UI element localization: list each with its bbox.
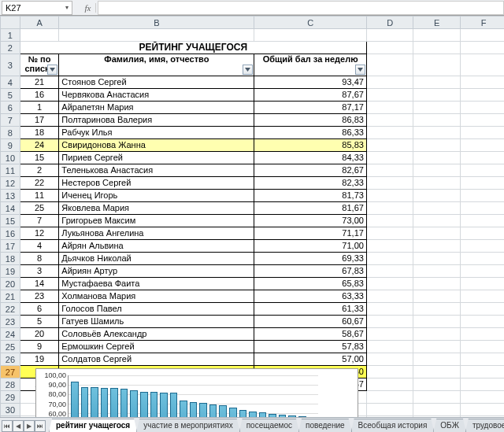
empty-cell[interactable] [366,353,413,366]
empty-cell[interactable] [366,316,413,328]
col-header-C[interactable]: C [254,17,367,29]
cell-name[interactable]: Иченец Игорь [59,190,254,202]
empty-cell[interactable] [413,366,461,378]
empty-cell[interactable] [460,152,504,164]
cell-number[interactable]: 6 [20,303,59,316]
row-header[interactable]: 12 [1,177,20,190]
empty-cell[interactable] [366,215,413,227]
empty-cell[interactable] [460,177,504,190]
row-header[interactable]: 13 [1,190,20,202]
empty-cell[interactable] [460,89,504,102]
empty-cell[interactable] [366,177,413,190]
empty-cell[interactable] [413,127,461,139]
row-header[interactable]: 22 [1,303,20,316]
cell-name[interactable]: Айриян Артур [59,265,254,278]
cell-number[interactable]: 4 [20,240,59,253]
cell-score[interactable]: 82,67 [254,164,367,177]
row-header[interactable]: 20 [1,278,20,290]
cell-name[interactable]: Айрян Альвина [59,240,254,253]
cell-score[interactable]: 58,67 [254,328,367,341]
select-all-corner[interactable] [1,17,20,29]
empty-cell[interactable] [460,42,504,54]
cell-score[interactable]: 81,73 [254,190,367,202]
header-col-B[interactable]: Фамилия, имя, отчество [59,54,254,76]
empty-cell[interactable] [460,164,504,177]
cell-score[interactable]: 85,83 [254,139,367,152]
cell-number[interactable]: 3 [20,265,59,278]
cell-score[interactable]: 57,00 [254,353,367,366]
empty-cell[interactable] [366,190,413,202]
empty-cell[interactable] [366,114,413,127]
cell-score[interactable]: 86,33 [254,127,367,139]
filter-dropdown-icon[interactable] [243,65,253,75]
cell-score[interactable]: 71,00 [254,240,367,253]
empty-cell[interactable] [413,102,461,114]
cell-number[interactable]: 25 [20,202,59,215]
row-header[interactable]: 1 [1,29,20,42]
empty-cell[interactable] [366,102,413,114]
cell-name[interactable]: Гатуев Шамиль [59,316,254,328]
cell-name[interactable]: Соловьёв Александр [59,328,254,341]
empty-cell[interactable] [413,76,461,89]
cell-number[interactable]: 24 [20,139,59,152]
empty-cell[interactable] [366,139,413,152]
row-header[interactable]: 15 [1,215,20,227]
empty-cell[interactable] [460,265,504,278]
cell-name[interactable]: Холманова Мария [59,290,254,303]
empty-cell[interactable] [413,114,461,127]
empty-cell[interactable] [366,76,413,89]
col-header-F[interactable]: F [460,17,504,29]
empty-cell[interactable] [366,404,413,416]
row-header[interactable]: 23 [1,316,20,328]
empty-cell[interactable] [413,278,461,290]
sheet-tab[interactable]: Всеобщая история [351,419,435,432]
empty-cell[interactable] [413,341,461,353]
empty-cell[interactable] [460,366,504,378]
col-header-A[interactable]: A [20,17,59,29]
empty-cell[interactable] [20,29,59,42]
empty-cell[interactable] [460,253,504,265]
cell-number[interactable]: 14 [20,278,59,290]
empty-cell[interactable] [366,303,413,316]
row-header[interactable]: 6 [1,102,20,114]
empty-cell[interactable] [460,404,504,416]
empty-cell[interactable] [366,202,413,215]
empty-cell[interactable] [460,54,504,76]
row-header[interactable]: 28 [1,378,20,391]
row-header[interactable]: 21 [1,290,20,303]
cell-number[interactable]: 7 [20,215,59,227]
cell-name[interactable]: Солдатов Сергей [59,353,254,366]
cell-number[interactable]: 20 [20,328,59,341]
empty-cell[interactable] [366,290,413,303]
cell-name[interactable]: Пириев Сергей [59,152,254,164]
empty-cell[interactable] [366,366,413,378]
sheet-tab[interactable]: поведение [298,419,352,432]
empty-cell[interactable] [366,391,413,404]
cell-number[interactable]: 17 [20,114,59,127]
empty-cell[interactable] [413,215,461,227]
cell-score[interactable]: 65,83 [254,278,367,290]
cell-score[interactable]: 73,00 [254,215,367,227]
empty-cell[interactable] [460,328,504,341]
cell-number[interactable]: 22 [20,177,59,190]
sheet-tab[interactable]: участие в мероприятиях [136,419,240,432]
row-header[interactable]: 17 [1,240,20,253]
row-header[interactable]: 29 [1,391,20,404]
empty-cell[interactable] [366,164,413,177]
cell-name[interactable]: Айрапетян Мария [59,102,254,114]
col-header-E[interactable]: E [413,17,461,29]
empty-cell[interactable] [460,102,504,114]
empty-cell[interactable] [413,227,461,240]
cell-name[interactable]: Свиридонова Жанна [59,139,254,152]
cell-name[interactable]: Полтаринова Валерия [59,114,254,127]
empty-cell[interactable] [460,127,504,139]
empty-cell[interactable] [366,378,413,391]
cell-name[interactable]: Теленькова Анастасия [59,164,254,177]
row-header[interactable]: 25 [1,341,20,353]
sheet-tab[interactable]: ОБЖ [433,419,466,432]
empty-cell[interactable] [460,227,504,240]
cell-name[interactable]: Рабчук Илья [59,127,254,139]
empty-cell[interactable] [366,278,413,290]
cell-score[interactable]: 69,33 [254,253,367,265]
header-col-C[interactable]: Общий бал за неделю [254,54,367,76]
